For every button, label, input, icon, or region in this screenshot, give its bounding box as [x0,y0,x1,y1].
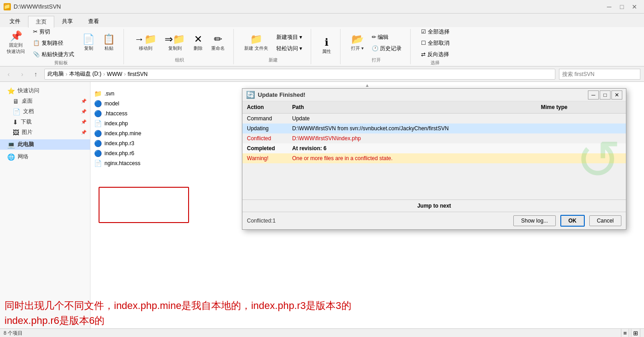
table-row-updating: Updating D:\WWW\firstSVN from svn://svnb… [242,123,626,133]
open-buttons: 📂 打开 ▾ ✏ 编辑 🕐 历史记录 [348,29,405,57]
col-mime: Mime type [536,101,626,114]
sidebar-item-quickaccess[interactable]: ⭐ 快速访问 [0,85,90,96]
ribbon-group-open: 📂 打开 ▾ ✏ 编辑 🕐 历史记录 打开 [348,29,411,64]
up-button[interactable]: ↑ [31,69,41,79]
back-button[interactable]: ‹ [4,69,14,79]
ribbon-group-properties: ℹ 属性 [318,29,341,64]
tab-file[interactable]: 文件 [2,15,28,27]
svn-conflict-icon: 🔵 [94,130,102,137]
action-completed: Completed [242,143,288,153]
desktop-icon: 🖥 [13,98,19,105]
col-path: Path [288,101,536,114]
minimize-button[interactable]: ─ [603,2,615,11]
ribbon: 文件 主页 共享 查看 📌 固定到快速访问 ✂ 剪切 📋 复制路径 📎 粘贴快捷… [0,14,644,66]
table-row-completed: Completed At revision: 6 [242,143,626,153]
path-completed: At revision: 6 [288,143,536,153]
sidebar-item-network[interactable]: 🌐 网络 [0,152,90,162]
tab-share[interactable]: 共享 [54,15,80,27]
select-all-button[interactable]: ☑ 全部选择 [418,27,452,37]
folder-icon: 📁 [250,34,262,44]
dialog-minimize-button[interactable]: ─ [588,90,599,100]
rename-button[interactable]: ✏ 重命名 [208,32,228,54]
history-button[interactable]: 🕐 历史记录 [369,43,405,54]
deselect-all-button[interactable]: ☐ 全部取消 [418,38,452,48]
sidebar-item-label: 网络 [18,153,28,161]
copy-to-button[interactable]: ⇒📁 复制到 [161,32,188,54]
path-updating: D:\WWW\firstSVN from svn://svnbucket.com… [288,123,536,133]
table-padding [242,163,626,199]
show-log-button[interactable]: Show log... [513,215,555,226]
copy-path-button[interactable]: 📋 复制路径 [30,38,77,48]
svn-conflict-icon: 🔵 [94,140,102,147]
search-input[interactable] [559,69,640,80]
sidebar-item-downloads[interactable]: ⬇ 下载 📌 [0,117,90,127]
tab-view[interactable]: 查看 [80,15,107,27]
invert-selection-button[interactable]: ⇄ 反向选择 [418,49,452,60]
breadcrumb-firstsvn[interactable]: firstSVN [128,71,147,77]
breadcrumb-www[interactable]: WWW [107,71,122,77]
sidebar-section-network: 🌐 网络 [0,152,90,162]
delete-button[interactable]: ✕ 删除 [190,32,206,54]
dialog-title: Update Finished! [258,91,585,98]
dialog-maximize-button[interactable]: □ [600,90,611,100]
svn-icon: 🔵 [94,100,102,107]
new-folder-button[interactable]: 📁 新建 文件夹 [241,32,271,54]
folder-icon: 📁 [94,90,102,97]
new-folder-label: 新建 文件夹 [244,45,268,52]
path-warning: One or more files are in a conflicted st… [288,153,536,163]
sidebar-item-label: 此电脑 [18,141,34,148]
quick-access-button[interactable]: 轻松访问 ▾ [273,43,305,54]
pin-icon: 📌 [10,31,22,41]
svn-conflict-icon: 🔵 [94,150,102,157]
computer-icon: 💻 [7,141,15,148]
dialog-table: Action Path Mime type Command Update Upd… [242,101,626,163]
new-label: 新建 [241,57,305,64]
sidebar-section-quickaccess: ⭐ 快速访问 🖥 桌面 📌 📄 文档 📌 ⬇ 下载 📌 🖼 图片 � [0,85,90,138]
sidebar-item-label: 文档 [23,108,34,115]
properties-button[interactable]: ℹ 属性 [318,35,335,57]
open-button[interactable]: 📂 打开 ▾ [348,32,367,54]
move-to-button[interactable]: →📁 移动到 [131,32,160,54]
svn-dialog[interactable]: 🔄 Update Finished! ─ □ ✕ Action Path Mim… [242,88,626,230]
conflicted-status: Conflicted:1 [247,218,509,224]
php-icon: 📄 [94,120,102,127]
cut-button[interactable]: ✂ 剪切 [30,27,77,37]
cancel-button[interactable]: Cancel [589,215,621,226]
edit-button[interactable]: ✏ 编辑 [369,32,405,43]
sidebar-item-desktop[interactable]: 🖥 桌面 📌 [0,96,90,106]
list-view-button[interactable]: ≡ [621,328,629,337]
rename-icon: ✏ [214,34,222,44]
breadcrumb-disk[interactable]: 本地磁盘 (D:) [69,70,101,78]
close-button[interactable]: ✕ [629,2,640,11]
grid-view-button[interactable]: ⊞ [631,328,640,337]
scroll-hint: ▲ [90,82,644,89]
dialog-close-button[interactable]: ✕ [611,90,622,100]
new-item-button[interactable]: 新建项目 ▾ [273,32,305,43]
pin-label: 固定到快速访问 [7,42,25,55]
pin-to-quick-access-button[interactable]: 📌 固定到快速访问 [4,29,28,57]
ribbon-tabs: 文件 主页 共享 查看 [0,14,644,27]
sidebar-item-documents[interactable]: 📄 文档 📌 [0,106,90,117]
paste-shortcut-button[interactable]: 📎 粘贴快捷方式 [30,49,77,60]
dialog-title-bar: 🔄 Update Finished! ─ □ ✕ [242,89,626,101]
ribbon-group-select: ☑ 全部选择 ☐ 全部取消 ⇄ 反向选择 选择 [418,29,458,64]
ok-button[interactable]: OK [560,215,585,227]
documents-icon: 📄 [13,108,20,115]
copy-button[interactable]: 📄 复制 [79,32,98,54]
maximize-button[interactable]: □ [616,2,628,11]
action-updating: Updating [242,123,288,133]
sidebar-item-pictures[interactable]: 🖼 图片 📌 [0,127,90,138]
sidebar-item-thispc[interactable]: 💻 此电脑 [0,139,90,150]
path-conflicted: D:\WWW\firstSVN\index.php [288,133,536,143]
forward-button[interactable]: › [17,69,27,79]
file-icon: 🔵 [94,110,102,117]
breadcrumb-computer[interactable]: 此电脑 [47,70,64,78]
tab-home[interactable]: 主页 [28,16,54,28]
downloads-icon: ⬇ [13,119,18,126]
view-controls: ≡ ⊞ [621,328,640,337]
dialog-status-bar: Conflicted:1 Show log... OK Cancel [242,212,626,229]
title-path: D:\WWW\firstSVN [14,3,603,10]
ribbon-group-new: 📁 新建 文件夹 新建项目 ▾ 轻松访问 ▾ 新建 [241,29,311,64]
organize-label: 组织 [131,57,228,64]
paste-button[interactable]: 📋 粘贴 [99,32,118,54]
